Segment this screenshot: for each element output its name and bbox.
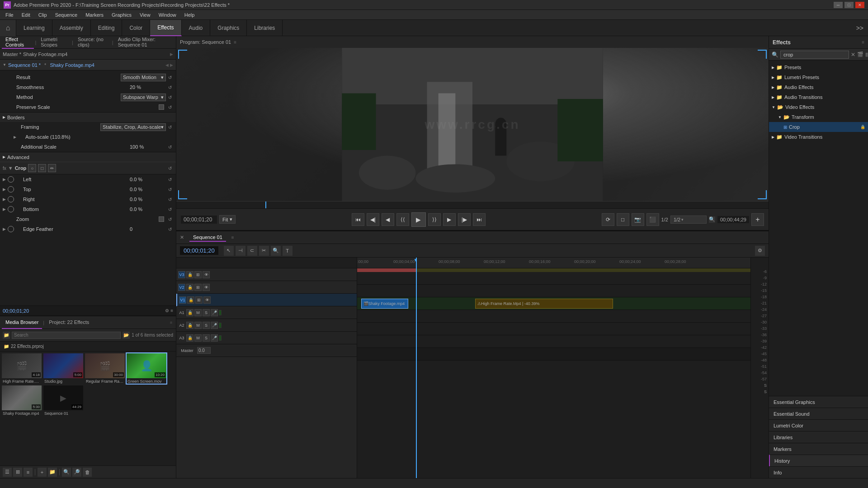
- effects-cat-video-transitions[interactable]: ▶ 📁 Video Transitions: [769, 132, 868, 142]
- tab-more-button[interactable]: >>: [852, 20, 868, 36]
- a3-solo-button[interactable]: S: [203, 334, 210, 342]
- clip-shaky-footage[interactable]: 🎬 Shaky Footage.mp4: [361, 299, 408, 309]
- essential-sound-section[interactable]: Essential Sound: [769, 408, 868, 419]
- effects-cat-lumetri-presets[interactable]: ▶ 📁 Lumetri Presets: [769, 72, 868, 82]
- reset-method-button[interactable]: ↺: [167, 94, 173, 100]
- tab-source-no-clips[interactable]: Source: (no clips): [74, 36, 111, 49]
- tab-graphics[interactable]: Graphics: [210, 20, 247, 36]
- monitor-safe-margins-button[interactable]: □: [617, 213, 629, 226]
- menu-view[interactable]: View: [136, 11, 154, 19]
- monitor-loop-button[interactable]: ⟳: [602, 213, 614, 226]
- v2-lock-button[interactable]: 🔒: [186, 284, 193, 291]
- a1-mute-button[interactable]: M: [194, 309, 202, 316]
- reset-crop-top-button[interactable]: ↺: [167, 186, 173, 192]
- delete-button[interactable]: 🗑: [83, 468, 92, 477]
- thumb-item-3[interactable]: 👤 10:20 Green Screen.mov: [127, 353, 166, 384]
- v1-eye-button[interactable]: 👁: [203, 296, 211, 304]
- menu-help[interactable]: Help: [181, 11, 198, 19]
- effects-cat-video-effects[interactable]: ▼ 📂 Video Effects: [769, 102, 868, 112]
- tab-audio[interactable]: Audio: [182, 20, 211, 36]
- monitor-export-button[interactable]: ⬛: [646, 213, 659, 226]
- tab-effects[interactable]: Effects: [150, 20, 181, 36]
- metadata-view-button[interactable]: ≡: [24, 468, 33, 477]
- thumb-item-1[interactable]: 5:00 Studio.jpg: [43, 353, 83, 384]
- preserve-scale-checkbox[interactable]: [159, 104, 164, 110]
- monitor-fit-dropdown[interactable]: Fit ▾: [219, 215, 236, 224]
- icon-view-button[interactable]: ⊞: [13, 468, 22, 477]
- monitor-to-out-button[interactable]: ⏭: [473, 213, 486, 226]
- monitor-ruler[interactable]: [176, 201, 769, 208]
- effects-search-clear-button[interactable]: ✕: [851, 52, 855, 58]
- reset-edge-feather-button[interactable]: ↺: [167, 226, 173, 232]
- menu-edit[interactable]: Edit: [18, 11, 34, 19]
- tab-learning[interactable]: Learning: [16, 20, 52, 36]
- fx-additional-scale-value[interactable]: 100 %: [130, 144, 166, 150]
- track-a1-area[interactable]: [357, 310, 750, 323]
- track-a2-area[interactable]: [357, 323, 750, 335]
- reset-preserve-scale-button[interactable]: ↺: [167, 104, 173, 110]
- monitor-play-button[interactable]: ▶: [411, 212, 426, 227]
- project-search-input[interactable]: [12, 332, 121, 339]
- reset-additional-scale-button[interactable]: ↺: [167, 144, 173, 150]
- monitor-rewind-button[interactable]: ⟨⟨: [396, 213, 409, 226]
- fx-crop-left-value[interactable]: 0.0 %: [130, 177, 166, 182]
- menu-file[interactable]: File: [2, 11, 17, 19]
- menu-clip[interactable]: Clip: [35, 11, 51, 19]
- v3-lock-button[interactable]: 🔒: [186, 271, 193, 278]
- history-section[interactable]: History: [769, 455, 868, 466]
- reset-crop-right-button[interactable]: ↺: [167, 196, 173, 202]
- menu-graphics[interactable]: Graphics: [108, 11, 135, 19]
- crop-pen-icon[interactable]: ✏: [48, 164, 56, 172]
- tab-effect-controls[interactable]: Effect Controls: [2, 36, 34, 49]
- monitor-fraction-selector[interactable]: 1/2 ▾: [670, 216, 707, 224]
- clip-high-frame-rate[interactable]: ⚠ High Frame Rate.Mp4 | -40.39%: [475, 299, 613, 309]
- monitor-magnify-button[interactable]: 🔍: [709, 216, 715, 223]
- monitor-add-button[interactable]: +: [751, 213, 764, 226]
- v1-sync-button[interactable]: ⊞: [195, 296, 203, 304]
- v2-sync-button[interactable]: ⊞: [194, 284, 202, 291]
- effects-search-input[interactable]: [780, 51, 849, 59]
- folder-button[interactable]: 📁: [48, 468, 57, 477]
- tab-assembly[interactable]: Assembly: [52, 20, 91, 36]
- a2-mic-button[interactable]: 🎤: [211, 322, 218, 329]
- track-v3-area[interactable]: [357, 272, 750, 285]
- home-button[interactable]: ⌂: [0, 20, 16, 36]
- track-master-area[interactable]: [357, 348, 750, 361]
- v3-eye-button[interactable]: 👁: [203, 271, 210, 278]
- a2-lock-button[interactable]: 🔒: [186, 322, 193, 329]
- thumb-item-0[interactable]: 🎬 4:18 High Frame Rate.mp4: [2, 353, 42, 384]
- a3-mute-button[interactable]: M: [194, 334, 202, 342]
- fx-result-dropdown[interactable]: Smooth Motion ▾: [121, 74, 166, 81]
- reset-result-button[interactable]: ↺: [167, 74, 173, 80]
- markers-section[interactable]: Markers: [769, 443, 868, 455]
- reset-framing-button[interactable]: ↺: [167, 124, 173, 130]
- menu-sequence[interactable]: Sequence: [52, 11, 81, 19]
- v3-sync-button[interactable]: ⊞: [194, 271, 202, 278]
- borders-section-header[interactable]: ▶ Borders: [0, 112, 176, 122]
- a1-mic-button[interactable]: 🎤: [211, 309, 218, 316]
- zoom-checkbox[interactable]: [159, 216, 164, 222]
- tl-select-tool[interactable]: ↖: [224, 246, 234, 256]
- monitor-camera-button[interactable]: 📷: [632, 213, 644, 226]
- fx-crop-right-value[interactable]: 0.0 %: [130, 197, 166, 202]
- tab-audio-clip-mixer[interactable]: Audio Clip Mixer: Sequence 01: [114, 36, 174, 49]
- maximize-button[interactable]: □: [844, 2, 854, 8]
- search-button[interactable]: 🔍: [62, 468, 71, 477]
- fx-edge-feather-value[interactable]: 0: [130, 226, 166, 232]
- effects-cat-audio[interactable]: ▶ 📁 Audio Effects: [769, 82, 868, 92]
- tl-razor-tool[interactable]: ✂: [259, 246, 269, 256]
- a3-mic-button[interactable]: 🎤: [211, 334, 218, 342]
- tab-lumetri-scopes[interactable]: Lumetri Scopes: [37, 36, 71, 49]
- track-a3-area[interactable]: [357, 335, 750, 348]
- effects-cat-audio-transitions[interactable]: ▶ 📁 Audio Transitions: [769, 92, 868, 102]
- monitor-frame-back-button[interactable]: ◀: [382, 213, 394, 226]
- info-section[interactable]: Info: [769, 466, 868, 478]
- fx-smoothness-value[interactable]: 20 %: [130, 84, 166, 90]
- tab-media-browser[interactable]: Media Browser: [2, 316, 42, 329]
- advanced-section-header[interactable]: ▶ Advanced: [0, 152, 176, 162]
- crop-circle-icon[interactable]: ○: [28, 164, 36, 172]
- menu-window[interactable]: Window: [155, 11, 180, 19]
- effects-item-crop[interactable]: ⊞ Crop 🔒: [769, 122, 868, 132]
- tab-project[interactable]: Project: 22 Effects: [45, 316, 93, 329]
- fx-framing-dropdown[interactable]: Stabilize, Crop, Auto-scale ▾: [100, 123, 166, 131]
